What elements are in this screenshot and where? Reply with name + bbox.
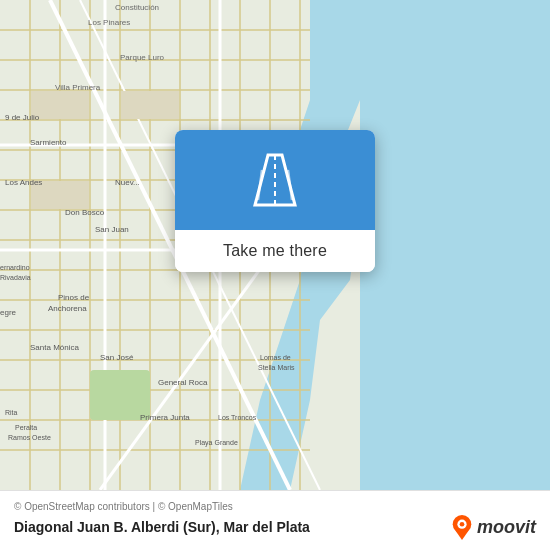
svg-text:Playa Grande: Playa Grande — [195, 439, 238, 447]
svg-text:Nuev...: Nuev... — [115, 178, 140, 187]
take-me-there-button[interactable]: Take me there — [175, 230, 375, 272]
svg-text:Anchorena: Anchorena — [48, 304, 87, 313]
svg-text:Sarmiento: Sarmiento — [30, 138, 67, 147]
svg-text:San José: San José — [100, 353, 134, 362]
moovit-logo: moovit — [451, 514, 536, 540]
svg-rect-38 — [121, 91, 179, 119]
svg-text:Villa Primera: Villa Primera — [55, 83, 101, 92]
svg-text:Don Bosco: Don Bosco — [65, 208, 105, 217]
bottom-bar: © OpenStreetMap contributors | © OpenMap… — [0, 490, 550, 550]
svg-text:Los Andes: Los Andes — [5, 178, 42, 187]
svg-text:Stella Maris: Stella Maris — [258, 364, 295, 371]
svg-text:ernardino: ernardino — [0, 264, 30, 271]
svg-text:Parque Luro: Parque Luro — [120, 53, 165, 62]
svg-text:Lomas de: Lomas de — [260, 354, 291, 361]
svg-text:Primera Junta: Primera Junta — [140, 413, 190, 422]
moovit-pin-icon — [451, 514, 473, 540]
svg-rect-36 — [31, 91, 89, 119]
location-name: Diagonal Juan B. Alberdi (Sur), Mar del … — [14, 519, 310, 535]
svg-text:Los Pinares: Los Pinares — [88, 18, 130, 27]
svg-text:San Juan: San Juan — [95, 225, 129, 234]
svg-point-73 — [460, 522, 465, 527]
moovit-brand-text: moovit — [477, 517, 536, 538]
svg-text:Pinos de: Pinos de — [58, 293, 90, 302]
svg-text:Los Troncos: Los Troncos — [218, 414, 257, 421]
svg-text:egre: egre — [0, 308, 17, 317]
svg-text:Santa Mónica: Santa Mónica — [30, 343, 79, 352]
svg-text:Rita: Rita — [5, 409, 18, 416]
popup-card: Take me there — [175, 130, 375, 272]
svg-text:Ramos Oeste: Ramos Oeste — [8, 434, 51, 441]
svg-marker-71 — [455, 531, 468, 540]
svg-text:Rivadavia: Rivadavia — [0, 274, 31, 281]
location-info: Diagonal Juan B. Alberdi (Sur), Mar del … — [14, 514, 536, 540]
road-icon — [240, 145, 310, 215]
map-container: Constitución Los Pinares Parque Luro Vil… — [0, 0, 550, 490]
popup-icon-area — [175, 130, 375, 230]
svg-text:General Roca: General Roca — [158, 378, 208, 387]
attribution-text: © OpenStreetMap contributors | © OpenMap… — [14, 501, 536, 512]
svg-text:Peralta: Peralta — [15, 424, 37, 431]
svg-text:Constitución: Constitución — [115, 3, 159, 12]
svg-text:9 de Julio: 9 de Julio — [5, 113, 40, 122]
